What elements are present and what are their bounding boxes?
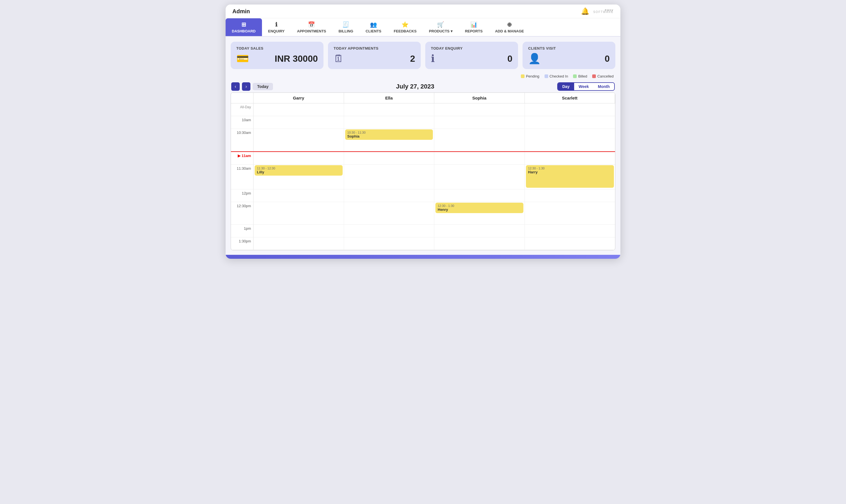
legend-label-pending: Pending xyxy=(526,74,540,78)
cell-ella-12pm xyxy=(344,190,435,202)
event-harry-time: 12:30 - 1:30 xyxy=(528,167,612,170)
nav-item-add-manage[interactable]: ⊕ ADD & MANAGE xyxy=(489,18,530,36)
time-allday: All-Day xyxy=(231,104,253,116)
nav-item-enquiry[interactable]: ℹ ENQUIRY xyxy=(262,18,291,36)
time-11am: ▶ 11am xyxy=(231,152,253,164)
event-harry[interactable]: 12:30 - 1:30 Harry xyxy=(526,165,614,188)
cal-row-allday: All-Day xyxy=(231,104,615,116)
time-1pm: 1pm xyxy=(231,224,253,237)
nav-bar: ⊞ DASHBOARD ℹ ENQUIRY 📅 APPOINTMENTS 🧾 B… xyxy=(226,18,620,37)
nav-label-add-manage: ADD & MANAGE xyxy=(495,29,524,33)
cal-nav-left: ‹ › Today xyxy=(231,82,273,91)
cell-scarlett-12pm xyxy=(525,190,615,202)
view-btn-month[interactable]: Month xyxy=(593,83,614,90)
nav-item-clients[interactable]: 👥 CLIENTS xyxy=(359,18,388,36)
nav-label-reports: REPORTS xyxy=(465,29,483,33)
cell-sophia-1pm xyxy=(434,224,525,237)
legend-label-cancelled: Cancelled xyxy=(597,74,614,78)
calendar-header-row: Garry Ella Sophia Scarlett xyxy=(231,93,615,104)
today-appointments-icon: 🗓 xyxy=(334,53,344,65)
clients-visit-title: CLIENTS VISIT xyxy=(528,46,610,51)
allday-scarlett xyxy=(525,104,615,116)
col-header-sophia: Sophia xyxy=(434,93,525,103)
cell-scarlett-1pm xyxy=(525,224,615,237)
legend-label-billed: Billed xyxy=(578,74,587,78)
clients-visit-value: 0 xyxy=(605,54,610,64)
next-button[interactable]: › xyxy=(242,82,250,91)
calendar-date-title: July 27, 2023 xyxy=(396,83,434,90)
cell-ella-12-30pm xyxy=(344,202,435,224)
cell-sophia-11am xyxy=(434,152,525,164)
legend-dot-billed xyxy=(573,74,577,78)
view-btn-day[interactable]: Day xyxy=(558,83,574,90)
nav-label-feedbacks: FEEDBACKS xyxy=(394,29,417,33)
legend-row: Pending Checked In Billed Cancelled xyxy=(226,72,620,79)
nav-item-reports[interactable]: 📊 REPORTS xyxy=(459,18,489,36)
nav-label-dashboard: DASHBOARD xyxy=(232,29,256,33)
nav-item-products[interactable]: 🛒 PRODUCTS ▾ xyxy=(423,18,459,36)
prev-button[interactable]: ‹ xyxy=(231,82,240,91)
time-1-30pm: 1:30pm xyxy=(231,237,253,250)
cell-scarlett-1-30pm xyxy=(525,237,615,250)
nav-item-billing[interactable]: 🧾 BILLING xyxy=(333,18,359,36)
today-button[interactable]: Today xyxy=(253,83,273,90)
logo-text: easySOFTWARE xyxy=(593,8,614,14)
legend-checked-in: Checked In xyxy=(545,74,568,78)
cell-ella-11am xyxy=(344,152,435,164)
calendar-grid: Garry Ella Sophia Scarlett All-Day 10am xyxy=(231,92,615,250)
cell-scarlett-11-30am: 12:30 - 1:30 Harry xyxy=(525,165,615,189)
event-henry[interactable]: 12:30 - 1:30 Henry xyxy=(436,203,523,213)
allday-garry xyxy=(253,104,344,116)
today-enquiry-icon: ℹ xyxy=(431,53,435,65)
view-btn-week[interactable]: Week xyxy=(574,83,593,90)
cell-sophia-11-30am xyxy=(434,165,525,189)
cell-ella-10am xyxy=(344,116,435,128)
notification-bell-icon[interactable]: 🔔 xyxy=(581,7,589,15)
summary-row: TODAY SALES 💳 INR 30000 TODAY APPOINTMEN… xyxy=(226,37,620,72)
today-sales-icon: 💳 xyxy=(236,53,249,65)
nav-label-enquiry: ENQUIRY xyxy=(268,29,285,33)
allday-sophia xyxy=(434,104,525,116)
nav-item-feedbacks[interactable]: ⭐ FEEDBACKS xyxy=(387,18,423,36)
header: Admin 🔔 easySOFTWARE xyxy=(226,4,620,18)
view-toggle: Day Week Month xyxy=(557,82,615,91)
col-header-scarlett: Scarlett xyxy=(525,93,615,103)
summary-card-today-sales: TODAY SALES 💳 INR 30000 xyxy=(231,42,323,69)
event-sophia-time: 10:30 - 11:30 xyxy=(348,131,431,134)
summary-card-clients-visit: CLIENTS VISIT 👤 0 xyxy=(523,42,615,69)
cal-row-1-30pm: 1:30pm xyxy=(231,237,615,250)
time-10am: 10am xyxy=(231,116,253,128)
nav-item-appointments[interactable]: 📅 APPOINTMENTS xyxy=(291,18,332,36)
add-manage-icon: ⊕ xyxy=(507,21,512,28)
nav-item-dashboard[interactable]: ⊞ DASHBOARD xyxy=(226,18,262,36)
legend-dot-pending xyxy=(521,74,525,78)
cell-sophia-12pm xyxy=(434,190,525,202)
nav-label-products: PRODUCTS ▾ xyxy=(429,29,453,33)
col-header-ella: Ella xyxy=(344,93,435,103)
enquiry-icon: ℹ xyxy=(275,21,278,28)
summary-card-today-appointments: TODAY APPOINTMENTS 🗓 2 xyxy=(328,42,421,69)
nav-label-appointments: APPOINTMENTS xyxy=(297,29,326,33)
cell-garry-10-30am xyxy=(253,129,344,151)
calendar-wrapper: Garry Ella Sophia Scarlett All-Day 10am xyxy=(226,92,620,255)
clients-icon: 👥 xyxy=(370,21,377,28)
billing-icon: 🧾 xyxy=(342,21,349,28)
clients-visit-body: 👤 0 xyxy=(528,53,610,65)
event-henry-time: 12:30 - 1:30 xyxy=(438,204,521,208)
time-11-30am: 11:30am xyxy=(231,165,253,189)
event-sophia[interactable]: 10:30 - 11:30 Sophia xyxy=(345,129,433,140)
app-container: Admin 🔔 easySOFTWARE ⊞ DASHBOARD ℹ ENQUI… xyxy=(226,4,620,259)
cal-row-1pm: 1pm xyxy=(231,224,615,237)
today-sales-body: 💳 INR 30000 xyxy=(236,53,318,65)
cal-row-12pm: 12pm xyxy=(231,190,615,202)
time-header xyxy=(231,93,253,103)
time-10-30am: 10:30am xyxy=(231,129,253,151)
today-enquiry-value: 0 xyxy=(507,54,512,64)
cell-garry-11am xyxy=(253,152,344,164)
products-icon: 🛒 xyxy=(437,21,444,28)
cal-row-11am: ▶ 11am xyxy=(231,151,615,165)
nav-label-billing: BILLING xyxy=(339,29,353,33)
cell-garry-11-30am: 11:30 - 12:30 Lilly xyxy=(253,165,344,189)
event-lilly[interactable]: 11:30 - 12:30 Lilly xyxy=(254,165,342,176)
legend-cancelled: Cancelled xyxy=(592,74,614,78)
